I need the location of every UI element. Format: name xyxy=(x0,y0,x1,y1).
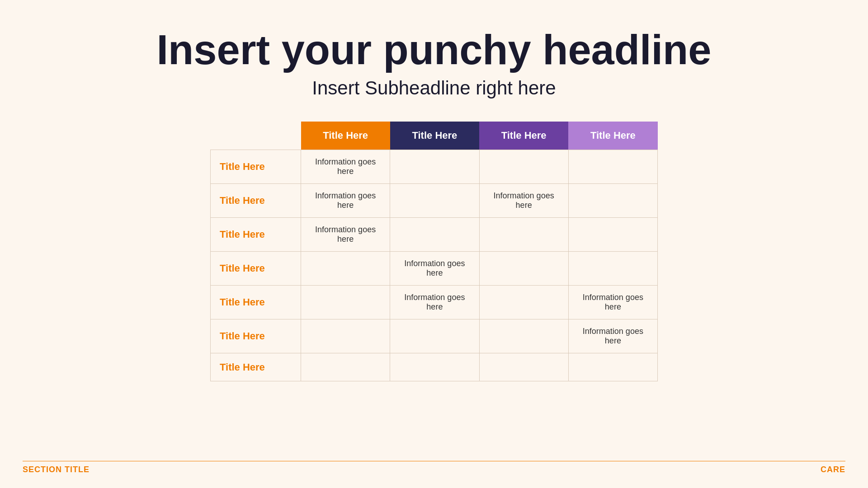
table-cell: Information goes here xyxy=(568,286,657,319)
main-headline: Insert your punchy headline xyxy=(157,27,712,73)
table-cell: Information goes here xyxy=(479,184,568,218)
row-title-cell: Title Here xyxy=(211,252,301,286)
table-cell: Information goes here xyxy=(390,252,479,286)
table-row: Title HereInformation goes hereInformati… xyxy=(211,184,658,218)
footer: SECTION TITLE CARE xyxy=(0,461,868,474)
row-title-cell: Title Here xyxy=(211,319,301,353)
table-cell xyxy=(479,150,568,184)
table-cell xyxy=(479,252,568,286)
table-cell xyxy=(479,319,568,353)
table-row: Title HereInformation goes here xyxy=(211,150,658,184)
footer-section-title: SECTION TITLE xyxy=(23,465,90,474)
table-cell xyxy=(568,252,657,286)
col-header-purple: Title Here xyxy=(479,122,568,150)
table-cell xyxy=(390,184,479,218)
table-cell xyxy=(568,184,657,218)
table-row: Title HereInformation goes here xyxy=(211,319,658,353)
table-body: Title HereInformation goes hereTitle Her… xyxy=(211,150,658,381)
table-header-row: Title Here Title Here Title Here Title H… xyxy=(211,122,658,150)
table-cell xyxy=(479,286,568,319)
col-header-orange: Title Here xyxy=(301,122,390,150)
table-cell: Information goes here xyxy=(301,184,390,218)
table-row: Title HereInformation goes hereInformati… xyxy=(211,286,658,319)
table-cell xyxy=(568,150,657,184)
table-cell xyxy=(568,218,657,252)
table-cell xyxy=(390,319,479,353)
footer-divider xyxy=(23,461,845,461)
table-cell xyxy=(390,150,479,184)
table-cell: Information goes here xyxy=(301,150,390,184)
col-header-empty xyxy=(211,122,301,150)
table-row: Title HereInformation goes here xyxy=(211,218,658,252)
row-title-cell: Title Here xyxy=(211,353,301,381)
table-cell: Information goes here xyxy=(568,319,657,353)
col-header-lavender: Title Here xyxy=(568,122,657,150)
table-cell xyxy=(390,353,479,381)
table-row: Title Here xyxy=(211,353,658,381)
table-cell xyxy=(301,353,390,381)
table-cell: Information goes here xyxy=(390,286,479,319)
table-cell xyxy=(301,252,390,286)
row-title-cell: Title Here xyxy=(211,286,301,319)
row-title-cell: Title Here xyxy=(211,184,301,218)
table-row: Title HereInformation goes here xyxy=(211,252,658,286)
comparison-table: Title Here Title Here Title Here Title H… xyxy=(210,122,658,381)
table-cell xyxy=(301,286,390,319)
footer-care-label: CARE xyxy=(821,465,845,474)
table-cell xyxy=(301,319,390,353)
table-cell xyxy=(479,218,568,252)
table-cell xyxy=(568,353,657,381)
row-title-cell: Title Here xyxy=(211,218,301,252)
table-cell xyxy=(390,218,479,252)
main-subheadline: Insert Subheadline right here xyxy=(312,77,556,99)
col-header-navy: Title Here xyxy=(390,122,479,150)
footer-content: SECTION TITLE CARE xyxy=(23,465,845,474)
table-cell: Information goes here xyxy=(301,218,390,252)
page-container: Insert your punchy headline Insert Subhe… xyxy=(0,0,868,488)
row-title-cell: Title Here xyxy=(211,150,301,184)
table-cell xyxy=(479,353,568,381)
comparison-table-wrapper: Title Here Title Here Title Here Title H… xyxy=(210,122,658,381)
